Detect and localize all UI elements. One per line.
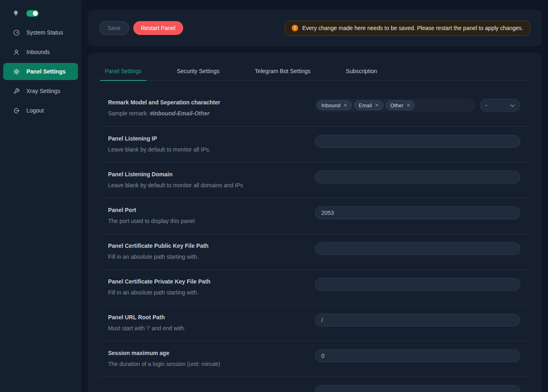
listening-domain-input[interactable] [315, 171, 520, 184]
lightbulb-icon [13, 10, 19, 17]
tag-email[interactable]: Email✕ [354, 100, 383, 110]
tab-security-settings[interactable]: Security Settings [172, 63, 224, 80]
url-root-path-input[interactable] [315, 314, 520, 327]
separator-select-value: - [485, 102, 487, 108]
toolbar-card: Save Restart Panel ! Every change made h… [88, 10, 542, 46]
row-control [315, 278, 520, 291]
form-row-listening-domain: Panel Listening Domain Leave blank by de… [100, 162, 529, 198]
sidebar-item-system-status[interactable]: System Status [0, 23, 81, 42]
row-desc: Sample remark: #Inbound-Email-Other [108, 110, 220, 117]
form-row-session-max-age: Session maximum age The duration of a lo… [100, 341, 529, 377]
tab-subscription[interactable]: Subscription [341, 63, 382, 80]
sidebar-item-panel-settings[interactable]: Panel Settings [3, 63, 78, 80]
tab-bar: Panel Settings Security Settings Telegra… [100, 63, 529, 81]
tab-telegram-bot-settings[interactable]: Telegram Bot Settings [250, 63, 315, 80]
chevron-down-icon [510, 102, 515, 108]
form-row-panel-port: Panel Port The port used to display this… [100, 198, 529, 234]
theme-row [0, 8, 81, 19]
form-row-url-root-path: Panel URL Root Path Must start with '/' … [100, 305, 529, 341]
row-desc: Leave blank by default to monitor all do… [108, 182, 243, 189]
sidebar-item-label: Panel Settings [26, 68, 65, 75]
row-control [315, 385, 520, 392]
row-title: Panel Certificate Private Key File Path [108, 278, 210, 285]
row-desc: Leave blank by default to monitor all IP… [108, 146, 210, 153]
row-label: Panel URL Root Path Must start with '/' … [100, 314, 186, 332]
sidebar-item-inbounds[interactable]: Inbounds [0, 42, 81, 62]
logout-icon [13, 107, 20, 114]
row-label: Session maximum age The duration of a lo… [100, 349, 220, 368]
tag-remove-icon[interactable]: ✕ [343, 103, 347, 108]
form-row-cert-public-key: Panel Certificate Public Key File Path F… [100, 234, 529, 269]
row-label [100, 385, 108, 389]
user-icon [13, 49, 20, 56]
tag-remove-icon[interactable]: ✕ [406, 103, 410, 108]
warning-alert: ! Every change made here needs to be sav… [285, 21, 530, 36]
form-row-cert-private-key: Panel Certificate Private Key File Path … [100, 269, 529, 305]
row-title: Panel Port [108, 206, 195, 214]
dark-mode-toggle[interactable] [26, 10, 39, 17]
sidebar-item-label: Xray Settings [26, 88, 60, 94]
row-desc: Fill in an absolute path starting with. [108, 253, 208, 260]
desc-prefix: Sample remark: [108, 110, 150, 117]
cert-private-key-input[interactable] [315, 278, 520, 291]
row-control [315, 135, 520, 148]
row-label: Panel Port The port used to display this… [100, 206, 195, 225]
row-label: Panel Listening IP Leave blank by defaul… [100, 135, 210, 153]
row-title: Session maximum age [108, 349, 220, 357]
row-control [315, 171, 520, 184]
form-row-remark-model: Remark Model and Seperation charachter S… [100, 91, 529, 126]
tag-inbound[interactable]: Inbound✕ [317, 100, 352, 110]
sidebar: System Status Inbounds Panel Settings [0, 0, 81, 392]
sidebar-item-label: Logout [26, 107, 44, 114]
row-title: Panel Certificate Public Key File Path [108, 242, 208, 249]
row-desc: The duration of a login session (unit: m… [108, 360, 220, 368]
row-title: Panel URL Root Path [108, 314, 186, 321]
row-title: Panel Listening Domain [108, 171, 243, 178]
warning-icon: ! [292, 25, 298, 31]
tag-label: Email [359, 102, 372, 108]
sample-remark: #Inbound-Email-Other [150, 110, 210, 117]
row-label: Panel Certificate Public Key File Path F… [100, 242, 208, 260]
form-row-partial [100, 377, 529, 392]
partial-row-input[interactable] [315, 385, 520, 392]
session-max-age-input[interactable] [315, 349, 520, 362]
remark-model-tags-input[interactable]: Inbound✕ Email✕ Other✕ [315, 99, 476, 112]
separator-select[interactable]: - [480, 99, 520, 112]
sidebar-item-xray-settings[interactable]: Xray Settings [0, 81, 81, 101]
sidebar-nav: System Status Inbounds Panel Settings [0, 23, 81, 120]
tag-other[interactable]: Other✕ [386, 100, 415, 110]
row-control [315, 242, 520, 255]
form-row-listening-ip: Panel Listening IP Leave blank by defaul… [100, 126, 529, 162]
panel-port-input[interactable] [315, 206, 520, 219]
cert-public-key-input[interactable] [315, 242, 520, 255]
row-desc: The port used to display this panel [108, 217, 195, 225]
tag-label: Inbound [321, 102, 340, 108]
warning-text: Every change made here needs to be saved… [302, 25, 523, 31]
listening-ip-input[interactable] [315, 135, 520, 148]
wrench-icon [13, 88, 20, 95]
row-label: Panel Listening Domain Leave blank by de… [100, 171, 243, 189]
save-button[interactable]: Save [99, 21, 129, 35]
gauge-icon [13, 29, 20, 36]
main-area: Save Restart Panel ! Every change made h… [81, 0, 548, 392]
row-label: Remark Model and Seperation charachter S… [100, 99, 220, 117]
restart-panel-button[interactable]: Restart Panel [133, 21, 183, 35]
row-control [315, 349, 520, 362]
row-control: Inbound✕ Email✕ Other✕ - [315, 99, 520, 112]
tag-label: Other [390, 102, 404, 108]
row-desc: Must start with '/' and end with. [108, 325, 186, 332]
sidebar-item-label: System Status [26, 29, 63, 36]
tag-remove-icon[interactable]: ✕ [375, 103, 379, 108]
row-title: Panel Listening IP [108, 135, 210, 142]
row-control [315, 314, 520, 327]
settings-card: Panel Settings Security Settings Telegra… [88, 53, 542, 392]
gear-icon [13, 68, 20, 75]
row-title: Remark Model and Seperation charachter [108, 99, 220, 106]
sidebar-item-logout[interactable]: Logout [0, 101, 81, 120]
toggle-knob [33, 11, 38, 16]
settings-form: Remark Model and Seperation charachter S… [100, 91, 529, 392]
tab-panel-settings[interactable]: Panel Settings [100, 63, 146, 80]
row-desc: Fill in an absolute path starting with. [108, 289, 210, 296]
sidebar-item-label: Inbounds [26, 49, 50, 55]
row-control [315, 206, 520, 219]
